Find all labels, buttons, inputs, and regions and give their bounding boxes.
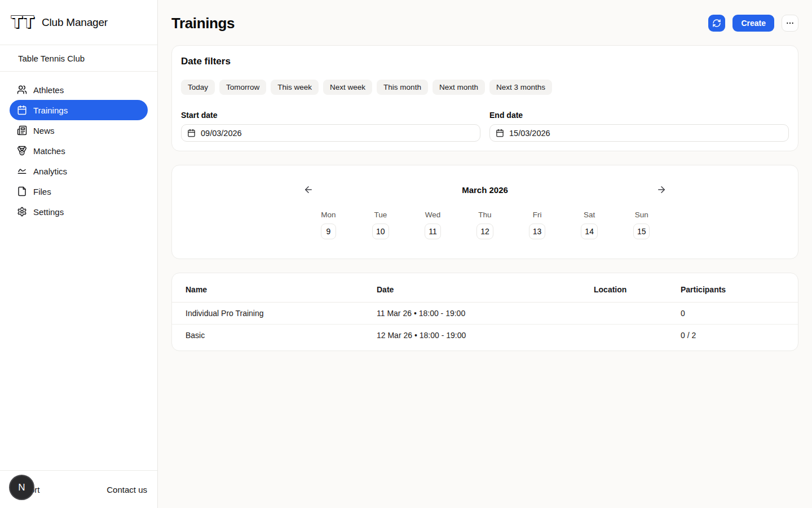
chip-tomorrow[interactable]: Tomorrow: [219, 80, 266, 95]
date-filters-title: Date filters: [181, 56, 789, 67]
training-name: Basic: [172, 325, 377, 347]
next-week-button[interactable]: [655, 183, 668, 196]
create-button[interactable]: Create: [732, 15, 774, 32]
calendar-icon: [187, 129, 196, 137]
sidebar-nav: Athletes Trainings News Matches Analytic…: [0, 72, 157, 230]
more-options-button[interactable]: [782, 15, 798, 32]
svg-text:TT: TT: [11, 13, 34, 32]
calendar-days-row: Mon 9 Tue 10 Wed 11 Thu 12 Fri 13: [302, 211, 668, 239]
sidebar-item-label: Trainings: [33, 106, 68, 115]
calendar-icon: [496, 129, 504, 137]
header-actions: Create: [708, 15, 798, 32]
page-header: Trainings Create: [171, 14, 798, 33]
calendar-day-sat[interactable]: Sat 14: [563, 211, 616, 239]
chip-today[interactable]: Today: [181, 80, 215, 95]
date-filters-card: Date filters Today Tomorrow This week Ne…: [171, 45, 798, 151]
training-location: [594, 325, 681, 347]
column-header-name: Name: [172, 273, 377, 303]
column-header-location: Location: [594, 273, 681, 303]
calendar-header: March 2026: [302, 183, 668, 196]
refresh-button[interactable]: [708, 15, 725, 32]
refresh-icon: [712, 19, 721, 28]
training-date: 12 Mar 26 • 18:00 - 19:00: [377, 325, 594, 347]
sidebar-item-label: Files: [33, 187, 51, 196]
sidebar: TT TT Club Manager Table Tennis Club Ath…: [0, 0, 158, 508]
sidebar-item-label: Matches: [33, 146, 65, 156]
training-participants: 0: [681, 303, 798, 325]
calendar-day-tue[interactable]: Tue 10: [355, 211, 407, 239]
table-row[interactable]: Individual Pro Training 11 Mar 26 • 18:0…: [172, 303, 798, 325]
start-date-value: 09/03/2026: [201, 129, 242, 138]
file-icon: [17, 186, 27, 196]
club-name: Table Tennis Club: [0, 45, 157, 72]
chip-this-month[interactable]: This month: [377, 80, 428, 95]
calendar-day-wed[interactable]: Wed 11: [407, 211, 459, 239]
sidebar-item-matches[interactable]: Matches: [10, 141, 148, 161]
table-header-row: Name Date Location Participants: [172, 273, 798, 303]
contact-us-link[interactable]: Contact us: [107, 485, 147, 494]
sidebar-item-label: News: [33, 126, 55, 135]
arrow-right-icon: [656, 185, 667, 195]
end-date-field-group: End date 15/03/2026: [489, 111, 789, 142]
calendar-day-thu[interactable]: Thu 12: [459, 211, 511, 239]
date-filter-chips: Today Tomorrow This week Next week This …: [181, 80, 789, 95]
sidebar-item-trainings[interactable]: Trainings: [10, 100, 148, 120]
tt-logo-icon: TT TT: [10, 12, 36, 33]
trainings-table-card: Name Date Location Participants Individu…: [171, 273, 798, 351]
sidebar-item-news[interactable]: News: [10, 120, 148, 141]
chip-next-3-months[interactable]: Next 3 months: [489, 80, 552, 95]
sidebar-item-athletes[interactable]: Athletes: [10, 80, 148, 100]
users-icon: [17, 85, 27, 95]
start-date-label: Start date: [181, 111, 480, 120]
sidebar-item-label: Settings: [33, 207, 64, 217]
date-range-fields: Start date 09/03/2026 End date 15/03/202…: [181, 111, 789, 142]
end-date-label: End date: [489, 111, 789, 120]
calendar-day-mon[interactable]: Mon 9: [302, 211, 355, 239]
page-title: Trainings: [171, 15, 235, 32]
training-name: Individual Pro Training: [172, 303, 377, 325]
table-row[interactable]: Basic 12 Mar 26 • 18:00 - 19:00 0 / 2: [172, 325, 798, 347]
sidebar-item-analytics[interactable]: Analytics: [10, 161, 148, 181]
chip-next-month[interactable]: Next month: [433, 80, 485, 95]
sidebar-item-files[interactable]: Files: [10, 181, 148, 202]
app-logo: TT TT Club Manager: [0, 0, 157, 45]
start-date-input[interactable]: 09/03/2026: [181, 124, 480, 142]
training-participants: 0 / 2: [681, 325, 798, 347]
previous-week-button[interactable]: [302, 183, 315, 196]
avatar[interactable]: N: [9, 475, 34, 500]
calendar-card: March 2026 Mon 9 Tue 10 Wed 11: [171, 165, 798, 259]
arrow-left-icon: [303, 185, 314, 195]
app-name: Club Manager: [42, 16, 108, 29]
sidebar-item-settings[interactable]: Settings: [10, 202, 148, 222]
medal-icon: [17, 146, 27, 156]
trainings-table: Name Date Location Participants Individu…: [172, 273, 798, 346]
calendar-icon: [17, 105, 27, 115]
gear-icon: [17, 207, 27, 217]
end-date-value: 15/03/2026: [509, 129, 550, 138]
chip-this-week[interactable]: This week: [271, 80, 319, 95]
chip-next-week[interactable]: Next week: [323, 80, 372, 95]
calendar-day-sun[interactable]: Sun 15: [615, 211, 668, 239]
sidebar-item-label: Analytics: [33, 167, 67, 176]
chart-icon: [17, 166, 27, 176]
ellipsis-icon: [785, 19, 795, 28]
sidebar-item-label: Athletes: [33, 85, 64, 95]
start-date-field-group: Start date 09/03/2026: [181, 111, 480, 142]
column-header-date: Date: [377, 273, 594, 303]
newspaper-icon: [17, 125, 27, 135]
calendar-day-fri[interactable]: Fri 13: [511, 211, 563, 239]
training-date: 11 Mar 26 • 18:00 - 19:00: [377, 303, 594, 325]
training-location: [594, 303, 681, 325]
main-content: Trainings Create Date filters Today Tomo…: [158, 14, 812, 508]
calendar-month-label: March 2026: [462, 185, 508, 195]
column-header-participants: Participants: [681, 273, 798, 303]
end-date-input[interactable]: 15/03/2026: [489, 124, 789, 142]
